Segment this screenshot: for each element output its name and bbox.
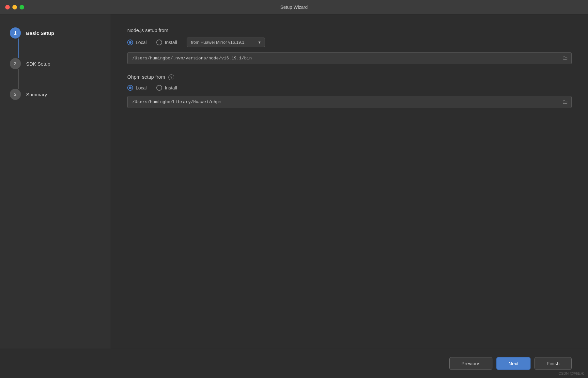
nodejs-path-input[interactable] [131, 53, 562, 64]
nodejs-local-radio[interactable] [127, 39, 133, 45]
ohpm-radio-group: Local Install [127, 85, 572, 91]
nodejs-section: Node.js setup from Local Install from Hu… [127, 27, 572, 74]
nodejs-mirror-dropdown[interactable]: from Huawei Mirror v16.19.1 ▾ [187, 38, 265, 47]
step-item-2[interactable]: 2 SDK Setup [10, 58, 101, 69]
help-icon[interactable]: ? [168, 74, 174, 80]
close-button[interactable] [5, 5, 10, 9]
previous-button[interactable]: Previous [449, 357, 492, 370]
step-label-2: SDK Setup [26, 61, 50, 67]
sidebar: 1 Basic Setup 2 SDK Setup 3 Summary [0, 14, 111, 349]
main-content: 1 Basic Setup 2 SDK Setup 3 Summary [0, 14, 588, 349]
step-connector-1 [18, 39, 19, 58]
step-connector-2 [18, 69, 19, 89]
step-item-1[interactable]: 1 Basic Setup [10, 27, 101, 39]
ohpm-path-input[interactable] [131, 96, 562, 108]
window-controls [5, 5, 24, 9]
nodejs-dropdown-value: from Huawei Mirror v16.19.1 [191, 40, 244, 45]
ohpm-section-label: Ohpm setup from ? [127, 74, 572, 80]
nodejs-radio-group: Local Install from Huawei Mirror v16.19.… [127, 38, 572, 47]
ohpm-install-option[interactable]: Install [156, 85, 177, 91]
step-item-3[interactable]: 3 Summary [10, 89, 101, 100]
title-bar: Setup Wizard [0, 0, 588, 14]
window-title: Setup Wizard [280, 5, 308, 10]
chevron-down-icon: ▾ [258, 40, 261, 45]
step-label-1: Basic Setup [26, 30, 54, 36]
nodejs-install-option[interactable]: Install [156, 39, 177, 45]
ohpm-install-label: Install [165, 85, 177, 90]
nodejs-folder-icon[interactable]: 🗂 [562, 55, 568, 62]
step-circle-1: 1 [10, 27, 21, 39]
ohpm-local-option[interactable]: Local [127, 85, 147, 91]
nodejs-local-option[interactable]: Local [127, 39, 147, 45]
maximize-button[interactable] [20, 5, 24, 9]
nodejs-path-row: 🗂 [127, 52, 572, 64]
ohpm-local-label: Local [136, 85, 147, 90]
finish-button[interactable]: Finish [534, 357, 572, 370]
bottom-bar: Previous Next Finish CSDN @明似水 [0, 349, 588, 378]
nodejs-install-label: Install [165, 40, 177, 45]
step-circle-3: 3 [10, 89, 21, 100]
next-button[interactable]: Next [496, 357, 531, 370]
nodejs-local-label: Local [136, 40, 147, 45]
content-area: Node.js setup from Local Install from Hu… [111, 14, 588, 349]
ohpm-section: Ohpm setup from ? Local Install 🗂 [127, 74, 572, 118]
nodejs-install-radio[interactable] [156, 39, 162, 45]
watermark: CSDN @明似水 [559, 371, 584, 376]
ohpm-install-radio[interactable] [156, 85, 162, 91]
nodejs-section-label: Node.js setup from [127, 27, 572, 33]
step-circle-2: 2 [10, 58, 21, 69]
ohpm-local-radio[interactable] [127, 85, 133, 91]
ohpm-folder-icon[interactable]: 🗂 [562, 99, 568, 105]
ohpm-path-row: 🗂 [127, 96, 572, 108]
step-label-3: Summary [26, 92, 47, 97]
step-list: 1 Basic Setup 2 SDK Setup 3 Summary [0, 24, 111, 103]
minimize-button[interactable] [12, 5, 17, 9]
